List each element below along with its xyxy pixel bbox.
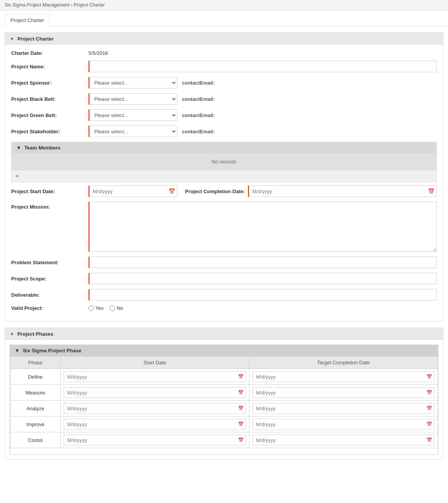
phases-footer bbox=[10, 448, 438, 454]
sigma-phase-chevron[interactable]: ▼ bbox=[15, 348, 20, 353]
project-scope-row: Project Scope: bbox=[11, 273, 437, 284]
phase-start-date-cell: 📅 bbox=[61, 385, 249, 401]
phase-start-date-cell: 📅 bbox=[61, 416, 249, 432]
valid-project-label: Valid Project: bbox=[11, 305, 88, 311]
phase-name-cell: Define bbox=[10, 369, 61, 385]
phase-target-date-cell: 📅 bbox=[249, 432, 438, 448]
deliverable-input[interactable] bbox=[88, 289, 437, 301]
phase-start-date-wrapper: 📅 bbox=[64, 387, 246, 398]
project-stakeholder-label: Project Stakeholder: bbox=[11, 129, 88, 134]
project-scope-input[interactable] bbox=[88, 273, 437, 284]
add-team-member-button[interactable]: + bbox=[12, 170, 436, 182]
phase-start-date-input[interactable] bbox=[64, 403, 246, 414]
page-content: ▼ Project Charter Charter Date: 5/5/2016… bbox=[0, 26, 448, 472]
phase-target-date-cell: 📅 bbox=[249, 385, 438, 401]
phase-start-date-input[interactable] bbox=[64, 435, 246, 445]
phase-target-date-input[interactable] bbox=[253, 387, 435, 398]
phases-collapse-chevron[interactable]: ▼ bbox=[10, 331, 14, 337]
project-blackbelt-label: Project Black Belt: bbox=[11, 96, 88, 102]
phase-target-date-input[interactable] bbox=[253, 419, 435, 430]
phase-row: Measure 📅 📅 bbox=[10, 385, 438, 401]
project-mission-textarea[interactable] bbox=[88, 202, 437, 252]
valid-project-yes-radio[interactable] bbox=[88, 306, 94, 311]
charter-date-row: Charter Date: 5/5/2016 bbox=[11, 50, 437, 56]
tab-project-charter[interactable]: Project Charter bbox=[5, 14, 50, 26]
project-charter-header: ▼ Project Charter bbox=[5, 33, 443, 45]
phase-target-date-cell: 📅 bbox=[249, 369, 438, 385]
start-date-col-header: Start Date bbox=[61, 357, 249, 369]
breadcrumb: Six Sigma Project Management › Project C… bbox=[0, 0, 448, 10]
phase-target-date-wrapper: 📅 bbox=[253, 435, 435, 445]
valid-project-no-option[interactable]: No bbox=[110, 305, 123, 311]
project-greenbelt-select[interactable]: Please select... bbox=[88, 109, 177, 121]
phase-start-date-input[interactable] bbox=[64, 419, 246, 430]
problem-statement-input[interactable] bbox=[88, 257, 437, 268]
problem-statement-label: Problem Statement: bbox=[11, 260, 88, 265]
project-charter-panel: ▼ Project Charter Charter Date: 5/5/2016… bbox=[5, 32, 443, 321]
phase-start-date-wrapper: 📅 bbox=[64, 403, 246, 414]
six-sigma-phase-panel: ▼ Six Sigma Project Phase Phase Start Da… bbox=[10, 345, 438, 455]
no-records-message: No records bbox=[12, 153, 436, 170]
blackbelt-contact-email-label: contactEmail: bbox=[182, 96, 215, 102]
collapse-chevron[interactable]: ▼ bbox=[10, 36, 14, 42]
problem-statement-row: Problem Statement: bbox=[11, 257, 437, 268]
phase-target-date-input[interactable] bbox=[253, 435, 435, 445]
phase-target-date-cell: 📅 bbox=[249, 416, 438, 432]
six-sigma-phase-header: ▼ Six Sigma Project Phase bbox=[10, 345, 438, 356]
phase-row: Analyze 📅 📅 bbox=[10, 401, 438, 416]
project-blackbelt-select[interactable]: Please select... bbox=[88, 93, 177, 105]
start-date-input[interactable] bbox=[88, 185, 177, 197]
project-stakeholder-row: Project Stakeholder: Please select... co… bbox=[11, 126, 437, 137]
phase-row: Define 📅 📅 bbox=[10, 369, 438, 385]
phase-name-cell: Contol bbox=[10, 432, 61, 448]
phase-name-cell: Measure bbox=[10, 385, 61, 401]
project-mission-label: Project Mission: bbox=[11, 202, 88, 210]
phase-target-date-wrapper: 📅 bbox=[253, 387, 435, 398]
completion-date-wrapper: 📅 bbox=[248, 185, 437, 197]
team-members-chevron[interactable]: ▼ bbox=[16, 145, 21, 151]
valid-project-radio-group: Yes No bbox=[88, 305, 123, 311]
project-greenbelt-label: Project Green Belt: bbox=[11, 112, 88, 118]
sponsor-contact-email-label: contactEmail: bbox=[182, 80, 215, 86]
project-phases-header: ▼ Project Phases bbox=[5, 328, 443, 340]
project-greenbelt-row: Project Green Belt: Please select... con… bbox=[11, 109, 437, 121]
project-charter-body: Charter Date: 5/5/2016 Project Name: Pro… bbox=[5, 45, 443, 321]
start-date-label: Project Start Date: bbox=[11, 189, 88, 194]
completion-date-label: Project Completion Date: bbox=[185, 189, 245, 194]
phase-target-date-wrapper: 📅 bbox=[253, 419, 435, 430]
valid-project-yes-option[interactable]: Yes bbox=[88, 305, 104, 311]
project-name-input[interactable] bbox=[88, 61, 437, 72]
phase-start-date-input[interactable] bbox=[64, 371, 246, 382]
project-scope-label: Project Scope: bbox=[11, 276, 88, 282]
project-stakeholder-select[interactable]: Please select... bbox=[88, 126, 177, 137]
project-sponsor-row: Project Sponsor: Please select... contac… bbox=[11, 77, 437, 88]
valid-project-row: Valid Project: Yes No bbox=[11, 305, 437, 311]
phase-row: Contol 📅 📅 bbox=[10, 432, 438, 448]
project-name-row: Project Name: bbox=[11, 61, 437, 72]
stakeholder-contact-email-label: contactEmail: bbox=[182, 129, 215, 134]
phase-name-cell: Analyze bbox=[10, 401, 61, 416]
phase-target-date-input[interactable] bbox=[253, 371, 435, 382]
deliverable-row: Deliverable: bbox=[11, 289, 437, 301]
project-blackbelt-row: Project Black Belt: Please select... con… bbox=[11, 93, 437, 105]
tab-bar: Project Charter bbox=[0, 10, 448, 26]
team-members-header: ▼ Team Members bbox=[12, 142, 436, 153]
start-date-wrapper: 📅 bbox=[88, 185, 177, 197]
deliverable-label: Deliverable: bbox=[11, 292, 88, 298]
project-phases-body: ▼ Six Sigma Project Phase Phase Start Da… bbox=[5, 340, 443, 459]
phase-target-date-cell: 📅 bbox=[249, 401, 438, 416]
phase-start-date-wrapper: 📅 bbox=[64, 371, 246, 382]
project-sponsor-select[interactable]: Please select... bbox=[88, 77, 177, 88]
project-phases-panel: ▼ Project Phases ▼ Six Sigma Project Pha… bbox=[5, 328, 443, 460]
phases-table: Phase Start Date Target Completion Date … bbox=[10, 356, 438, 448]
phase-start-date-input[interactable] bbox=[64, 387, 246, 398]
phase-name-cell: Improve bbox=[10, 416, 61, 432]
completion-date-input[interactable] bbox=[248, 185, 437, 197]
valid-project-no-radio[interactable] bbox=[110, 306, 115, 311]
phase-target-date-input[interactable] bbox=[253, 403, 435, 414]
project-sponsor-label: Project Sponsor: bbox=[11, 80, 88, 86]
greenbelt-contact-email-label: contactEmail: bbox=[182, 112, 215, 118]
phase-start-date-wrapper: 📅 bbox=[64, 419, 246, 430]
charter-date-label: Charter Date: bbox=[11, 50, 88, 56]
project-mission-row: Project Mission: bbox=[11, 202, 437, 252]
